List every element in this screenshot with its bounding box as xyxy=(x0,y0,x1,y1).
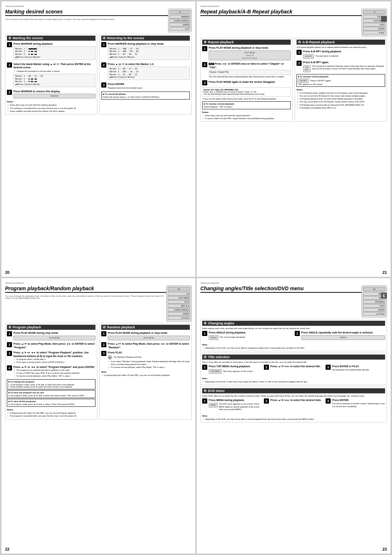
repeat-notes: Notes: Some discs may not work with the … xyxy=(202,111,291,120)
ab-icon: ⚙ xyxy=(298,40,301,44)
angle-btn-2: ANGLE xyxy=(301,335,385,340)
page-20-title: Marking desired scenes xyxy=(5,9,168,16)
step-3-text: Press MARKER to remove this display. xyxy=(13,90,60,93)
page-22-desc: You can arrange the playback order of tr… xyxy=(5,295,166,299)
tit-step-3-text: Press ENTER or PLAY. xyxy=(332,365,359,368)
ab-notes-title: Notes: xyxy=(297,88,385,92)
marking-step-1: 1 Press MARKER during playback. Marker 1… xyxy=(7,42,95,61)
page-22: Advanced playback Program playback/Rando… xyxy=(1,278,195,554)
rep-note-1: In case of Video CD with PBC, repeat fun… xyxy=(202,117,291,120)
e-badge-21 xyxy=(381,16,387,22)
page-21-remote: 🎮 A-B RPT PLAY MODE PLAY ENTER ▼/◄► xyxy=(362,9,387,36)
cancel-marker-box: ■ To cancel the Marker Follow the above … xyxy=(101,92,190,100)
rep-note-0: Some discs may not work with the repeat … xyxy=(202,114,291,117)
page-22-subsections: ⚙ Program playback 1 Press PLAY MODE dur… xyxy=(5,323,192,420)
ret-step-num-1: 1 xyxy=(101,42,106,47)
tit-step-num-2: 2 xyxy=(264,365,269,370)
prog-step-4-content: Press ▲/▼ or ◄► to select "Program Playb… xyxy=(13,365,95,377)
prog-step-4-note-0: The programs you selected will start to … xyxy=(13,369,95,372)
rand-tip-0: If you select "Random" during playback m… xyxy=(108,360,190,366)
remote-22-clear: CLEAR (CANCEL) xyxy=(168,308,190,312)
note-2: The marking is cancelled when you open t… xyxy=(7,107,95,110)
repeat-playback-col: ⚙ Repeat playback 1 Press PLAY MODE duri… xyxy=(200,38,293,122)
rand-step-num-1: 1 xyxy=(101,331,106,336)
page-number-21: 21 xyxy=(383,270,387,275)
title-steps-row: 1 Press TOP MENU during playback. TOP ME… xyxy=(202,365,385,376)
prog-step-3-text: Press ▲/▼ or ◄► to select "Program Playb… xyxy=(13,351,89,357)
rep-step-2-display: Repeat: Chapter/Title xyxy=(209,70,291,75)
rep-step-num-2: 2 xyxy=(202,62,207,67)
page-21-subsections: ⚙ Repeat playback 1 Press PLAY MODE duri… xyxy=(200,38,387,122)
resume-normal-repeat: ■ To resume normal playback Select Repea… xyxy=(202,101,291,109)
page-22-title: Program playback/Random playback xyxy=(5,285,166,293)
ab-step-num-1: 1 xyxy=(297,50,302,55)
ab-step-1-text: Press A-B RPT during playback. xyxy=(303,50,342,53)
rand-tip-1: To resume normal playback, select Play M… xyxy=(108,366,190,369)
returning-scenes-col: ⚙ Returning to the scenes 1 Press MARKER… xyxy=(99,34,192,114)
rand-notes-title: Note: xyxy=(101,370,190,374)
rep-step-2-text: Press ◄► or ENTER once or twice to selec… xyxy=(209,62,284,69)
ret-step-2-display: Marker 1 : 00 : 27 : 54 Marker 2 : 001 :… xyxy=(108,66,190,80)
angle-btn-1: ANGLE xyxy=(209,335,219,340)
ab-note-0: In A-B Repeat mode, subtitles near the A… xyxy=(297,92,385,94)
remote-key-clear: CLEAR (CANCEL) xyxy=(170,19,190,23)
remote-22-09: 0-9 xyxy=(168,292,190,296)
dvd-tag: DVD xyxy=(209,63,214,65)
rep-step-3-content: Press PLAY MODE again to make the screen… xyxy=(209,80,291,84)
dvd-note: Note: Depending on the DVD, you may not … xyxy=(202,414,385,421)
angles-note: Note: Depending on the DVD, you may not … xyxy=(202,343,385,349)
change-program-box: ■ To change the program 1. In the progra… xyxy=(7,379,95,389)
prog-step-2: 2 Press ▲/▼ to select Play Mode, then pr… xyxy=(7,342,95,349)
changing-angles-title: ⚙ Changing angles xyxy=(202,321,385,326)
page-20-remote: 🎮 MARKER CLEAR (CANCEL) ENTER ▲/▼ xyxy=(168,9,192,32)
resume-text: Select Repeat : "Off" in step 2. xyxy=(204,106,289,108)
page-23-title-area: Changing angles/Title selection/DVD menu xyxy=(200,285,362,295)
prog-step-1-content: Press PLAY MODE during stop mode. PLAY M… xyxy=(13,331,95,340)
ab-resume-note: "Off" appears on the screen. xyxy=(298,83,384,85)
remote-23-nav: ▲/▼/◄► xyxy=(363,312,385,316)
ab-rpt-btn-1: A-B RPT xyxy=(303,54,314,59)
step-2-display: Marker 1 : 00 : 27 : 54 Marker 2 : ● ●● … xyxy=(13,74,95,87)
dvd-note-0: Depending on the DVD, you may not be abl… xyxy=(202,418,385,421)
angle-step-1: 1 Press ANGLE during playback. ANGLE The… xyxy=(202,331,293,340)
rep-step-num-1: 1 xyxy=(202,46,207,51)
clear-one-box: ■ To clear the program one by one In the… xyxy=(7,390,95,398)
angles-icon: ⚙ xyxy=(204,321,207,325)
change-prog-step-2: 2. Press Number buttons (0-9) to select … xyxy=(8,386,94,388)
step-2-content: Select the blank Marker using ▲ or ▼. Th… xyxy=(13,62,95,88)
rep-step-1-content: Press PLAY MODE during playback or stop … xyxy=(209,46,291,60)
rand-step-3-text: Press PLAY. xyxy=(108,351,122,354)
rand-play-row: ▶ The Random Playback will start. xyxy=(108,355,190,360)
rand-step-3-content: Press PLAY. ▶ The Random Playback will s… xyxy=(108,351,190,369)
prog-step-3-note-0: To program others, repeat step 3. xyxy=(13,358,95,361)
prog-step-num-1: 1 xyxy=(7,331,12,336)
ret-step-2-text: Press ▲ or ▼ to select the Marker 1-3. xyxy=(108,63,154,65)
rep-step-3-text: Press PLAY MODE again to make the screen… xyxy=(209,81,275,83)
ab-rpt-btn-2: A-B RPT xyxy=(303,65,311,72)
ret-step-2-content: Press ▲ or ▼ to select the Marker 1-3. M… xyxy=(108,62,190,81)
note-1: Some discs may not work with the marking… xyxy=(7,104,95,106)
page-21-title-area: Repeat playback/A-B Repeat playback xyxy=(200,9,362,18)
prog-step-4-text: Press ▲/▼ or ◄► to select "Program Playb… xyxy=(13,366,95,368)
dvd-step-3-text: Press ENTER. xyxy=(332,399,349,401)
repeat-notes-title: Notes: xyxy=(202,111,291,114)
returning-scenes-title: ⚙ Returning to the scenes xyxy=(101,36,190,41)
play-circle-btn: ▶ xyxy=(108,355,112,360)
rand-playmode-img: PLAY MODE xyxy=(108,336,190,340)
dvd-description: Some DVDs allow you to select the disc c… xyxy=(202,395,385,397)
ang-step-1-row: ANGLE The current angle will appear. xyxy=(209,335,293,340)
step-num-2: 2 xyxy=(7,62,12,68)
remote-icon-21: 🎮 xyxy=(363,10,385,14)
page-22-header: Advanced playback xyxy=(5,282,192,284)
prog-notes: Notes: In playing back the Video CD with… xyxy=(7,408,95,418)
resume-normal-ab: ■ To resume normal playback A-B RPT Pres… xyxy=(297,74,385,87)
dvd-step-num-1: 1 xyxy=(202,398,207,404)
rep-step-num-3: 3 xyxy=(202,80,207,85)
angles-steps-row: 1 Press ANGLE during playback. ANGLE The… xyxy=(202,331,385,342)
ang-step-num-2: 2 xyxy=(295,331,300,336)
ab-note-3: You may not be able to set A-B Repeat, d… xyxy=(297,100,385,103)
dvd-step-3-note: The menu continues to another screen. Re… xyxy=(332,402,385,408)
repeat-tip: • If you set the repeat mode during stop… xyxy=(202,98,291,100)
random-icon: ⚙ xyxy=(103,325,106,329)
audio-section: [Audio CD, Video CD, MP3/WMA CD] Press ◄… xyxy=(202,87,291,97)
